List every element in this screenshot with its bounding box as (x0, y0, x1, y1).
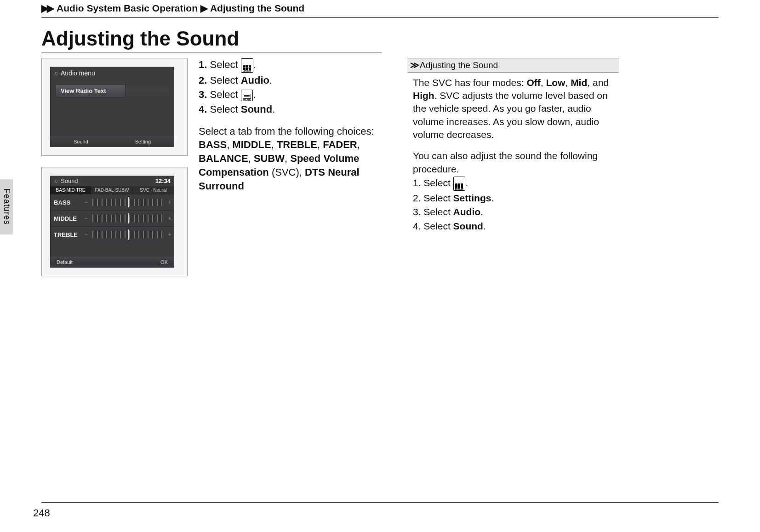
sc2-row-bass: BASS − + (50, 194, 174, 210)
sidebar-title-bar: ≫Adjusting the Sound (407, 58, 619, 73)
side-step-4-bold: Sound (453, 221, 483, 231)
sc2-label-bass: BASS (50, 199, 81, 206)
sc1-bottom-sound[interactable]: Sound (74, 139, 88, 144)
column-screenshots: Audio menu View Radio Text Sound Setting (41, 58, 188, 287)
sc2-bass-minus[interactable]: − (81, 199, 91, 206)
sc2-header: Sound 12:34 (50, 176, 174, 186)
sc2-row-treble: TREBLE − + (50, 226, 174, 242)
step-2-period: . (269, 74, 272, 86)
step-4-bold: Sound (241, 103, 272, 115)
sc1-bottom-bar: Sound Setting (50, 136, 174, 147)
step-3-num: 3. (199, 89, 207, 100)
choices-line: BASS, MIDDLE, TREBLE, FADER, BALANCE, SU… (199, 138, 387, 193)
sc2-clock: 12:34 (155, 177, 171, 184)
sc2-default-button[interactable]: Default (57, 259, 73, 265)
choices-intro: Select a tab from the following choices: (199, 125, 387, 138)
home-icon-button: HOME (453, 177, 466, 191)
side-step-3: 3. Select Audio. (413, 206, 619, 218)
music-note-icon (54, 177, 58, 184)
sc1-title: Audio menu (61, 69, 95, 77)
step-1-period: . (253, 59, 256, 70)
screenshot-frame-1: Audio menu View Radio Text Sound Setting (41, 58, 188, 156)
svc-mode-off: Off (526, 77, 540, 88)
features-label: Features (2, 189, 11, 225)
step-3-text: Select (207, 89, 240, 100)
menu-icon-button: MENU (241, 90, 253, 102)
step-4-text: Select (207, 103, 240, 115)
breadcrumb-seg2: Adjusting the Sound (210, 3, 304, 13)
step-3-period: . (253, 89, 256, 100)
choice-balance: BALANCE (199, 153, 248, 164)
page: Features ▶▶ Audio System Basic Operation… (0, 0, 760, 532)
step-4-period: . (272, 103, 275, 115)
sc1-bottom-setting[interactable]: Setting (135, 139, 151, 144)
menu-icon: MENU (243, 94, 251, 101)
sc2-treble-minus[interactable]: − (81, 231, 91, 238)
sidebar-para-1: The SVC has four modes: Off, Low, Mid, a… (413, 76, 619, 142)
side-step-2-bold: Settings (453, 193, 491, 203)
sidebar-title: Adjusting the Sound (420, 60, 498, 70)
home-icon-button: HOME (241, 58, 253, 73)
step-1: 1. Select HOME. (199, 58, 387, 73)
choice-fader: FADER (323, 139, 357, 150)
features-side-tab: Features (0, 179, 13, 235)
choice-svc-paren: (SVC), (269, 166, 305, 178)
sc2-row-middle: MIDDLE − + (50, 210, 174, 226)
sc2-bass-plus[interactable]: + (165, 199, 174, 206)
sc2-tab-bas-mid-tre[interactable]: BAS·MID·TRE (50, 186, 91, 194)
column-steps: 1. Select HOME. 2. Select Audio. 3. Sele… (199, 58, 387, 287)
step-3: 3. Select MENU. (199, 88, 387, 102)
sc2-bass-slider[interactable] (92, 199, 163, 206)
home-icon-label: HOME (455, 189, 464, 190)
sc1-body: View Radio Text (50, 80, 174, 97)
page-title: Adjusting the Sound (41, 27, 719, 50)
choice-middle: MIDDLE (232, 139, 271, 150)
divider-bottom (41, 502, 719, 503)
sc2-treble-slider[interactable] (92, 231, 163, 238)
sc2-tab-fad-bal-subw[interactable]: FAD·BAL·SUBW (91, 186, 133, 194)
step-2-text: Select (207, 74, 240, 86)
step-2-num: 2. (199, 74, 207, 86)
home-icon: HOME (243, 65, 251, 72)
sidebar-body: The SVC has four modes: Off, Low, Mid, a… (407, 76, 619, 233)
sc2-tab-svc-neural[interactable]: SVC · Neural (133, 186, 174, 194)
sc2-label-middle: MIDDLE (50, 215, 81, 222)
side-step-3-bold: Audio (453, 206, 480, 217)
sc2-middle-slider[interactable] (92, 215, 163, 222)
breadcrumb: ▶▶ Audio System Basic Operation ▶ Adjust… (41, 0, 719, 14)
choice-subw: SUBW (254, 153, 285, 164)
sc1-item-view-radio-text[interactable]: View Radio Text (56, 84, 126, 97)
sc2-middle-plus[interactable]: + (165, 215, 174, 222)
home-icon-label: HOME (243, 71, 251, 72)
sidebar-para-2: You can also adjust the sound the follow… (413, 149, 619, 176)
chevron-right-icon: ≫ (410, 60, 418, 70)
page-number: 248 (33, 507, 50, 519)
breadcrumb-seg1: Audio System Basic Operation (57, 3, 198, 13)
sc2-title: Sound (61, 177, 78, 184)
sc1-ghost-item (123, 88, 169, 99)
breadcrumb-sep: ▶ (200, 3, 206, 14)
column-sidebar: ≫Adjusting the Sound The SVC has four mo… (407, 58, 619, 287)
step-2-bold: Audio (241, 74, 269, 86)
side-step-4: 4. Select Sound. (413, 220, 619, 233)
step-2: 2. Select Audio. (199, 74, 387, 87)
divider-top (41, 17, 719, 18)
screenshot-1: Audio menu View Radio Text Sound Setting (50, 67, 174, 147)
screenshot-2: Sound 12:34 BAS·MID·TRE FAD·BAL·SUBW SVC… (50, 176, 174, 268)
sc2-middle-minus[interactable]: − (81, 215, 91, 222)
sc2-label-treble: TREBLE (50, 231, 81, 238)
step-1-num: 1. (199, 59, 207, 70)
content-columns: Audio menu View Radio Text Sound Setting (41, 58, 719, 287)
svc-mode-mid: Mid (571, 77, 587, 88)
side-step-2: 2. Select Settings. (413, 192, 619, 205)
menu-icon-label: MENU (243, 99, 251, 101)
sc2-treble-plus[interactable]: + (165, 231, 174, 238)
step-1-text: Select (207, 59, 240, 70)
svc-mode-low: Low (546, 77, 565, 88)
sc1-header: Audio menu (50, 67, 174, 80)
music-note-icon (54, 69, 58, 77)
choice-bass: BASS (199, 139, 227, 150)
home-icon: HOME (455, 183, 464, 190)
sc2-ok-button[interactable]: OK (160, 259, 168, 265)
step-4-num: 4. (199, 103, 207, 115)
